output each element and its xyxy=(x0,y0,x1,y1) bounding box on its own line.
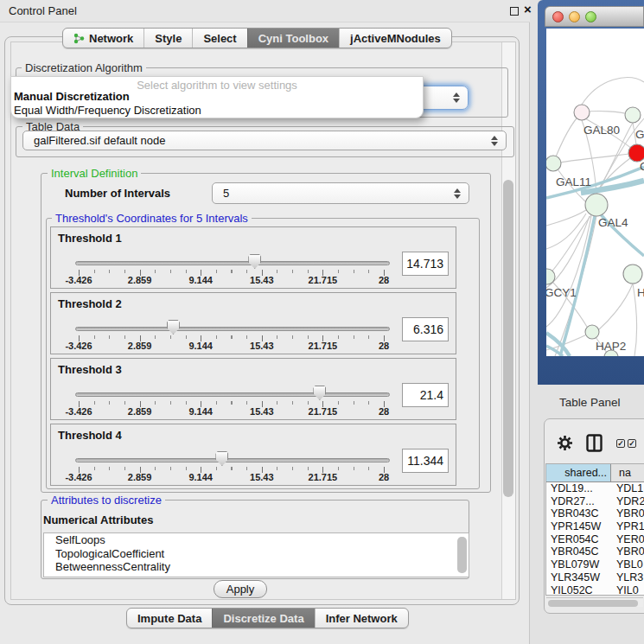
apply-button[interactable]: Apply xyxy=(214,580,267,598)
tab-network[interactable]: Network xyxy=(63,29,143,48)
slider-tick-label: -3.426 xyxy=(65,275,92,285)
tab-cyni-toolbox[interactable]: Cyni Toolbox xyxy=(247,29,339,48)
table-row[interactable]: YDL19...YDL1 xyxy=(546,482,644,495)
num-intervals-spinner[interactable]: 5 xyxy=(212,182,469,204)
slider-thumb[interactable] xyxy=(167,320,180,335)
threshold-value-field[interactable]: 21.4 xyxy=(402,383,449,407)
gear-icon[interactable] xyxy=(557,435,573,451)
network-icon xyxy=(73,33,85,44)
vertical-scrollbar-thumb[interactable] xyxy=(503,180,513,497)
column-visibility-icons[interactable]: ✓ ✓ xyxy=(616,439,636,448)
table-row[interactable]: YBR043CYBR0 xyxy=(546,507,644,520)
table-row[interactable]: YDR27...YDR2 xyxy=(546,495,644,508)
split-table-icon[interactable] xyxy=(586,434,603,452)
checkbox-icon[interactable]: ✓ xyxy=(616,439,625,448)
minimize-traffic-light-icon[interactable] xyxy=(569,11,580,22)
zoom-traffic-light-icon[interactable] xyxy=(585,11,596,22)
table-cell-shared-name[interactable]: YBR045C xyxy=(546,545,611,558)
tab-select[interactable]: Select xyxy=(192,29,246,48)
network-node-h[interactable] xyxy=(623,265,642,284)
threshold-panel-1: Threshold 1-3.4262.8599.14415.4321.71528… xyxy=(50,226,456,289)
slider-tick-label: 21.715 xyxy=(309,275,338,285)
attributes-list-scrollbar-thumb[interactable] xyxy=(457,537,467,573)
popup-option-equal-width[interactable]: Equal Width/Frequency Discretization xyxy=(14,104,201,117)
slider-track[interactable] xyxy=(75,327,390,331)
table-cell-shared-name[interactable]: YBL079W xyxy=(546,558,611,571)
attribute-list-item[interactable]: SelfLoops xyxy=(44,533,469,547)
tab-jactivemnodules[interactable]: jActiveMNodules xyxy=(339,29,451,48)
slider-tick-label: 28 xyxy=(379,275,389,285)
table-cell-shared-name[interactable]: YDR27... xyxy=(546,495,611,508)
interval-definition-label: Interval Definition xyxy=(48,167,141,180)
close-icon[interactable]: × xyxy=(524,2,532,16)
table-cell-name[interactable]: YBL0 xyxy=(611,558,644,571)
cyni-mode-tabs: Impute DataDiscretize DataInfer Network xyxy=(126,608,409,628)
close-traffic-light-icon[interactable] xyxy=(552,11,564,22)
table-cell-shared-name[interactable]: YER054C xyxy=(546,533,611,546)
tab-discretize-data[interactable]: Discretize Data xyxy=(212,609,314,628)
network-node-gal11[interactable] xyxy=(546,156,561,171)
table-row[interactable]: YPR145WYPR1 xyxy=(546,520,644,533)
table-row[interactable]: YBL079WYBL0 xyxy=(546,558,644,571)
threshold-slider[interactable]: -3.4262.8599.14415.4321.71528 xyxy=(75,253,390,286)
table-horizontal-scrollbar[interactable] xyxy=(546,597,643,607)
network-node-label: H xyxy=(637,286,644,299)
threshold-slider[interactable]: -3.4262.8599.14415.4321.71528 xyxy=(75,385,390,418)
network-node-g[interactable] xyxy=(625,107,641,123)
table-cell-name[interactable]: YER0 xyxy=(611,533,644,546)
table-cell-name[interactable]: YDR2 xyxy=(611,495,644,508)
network-nodes[interactable] xyxy=(546,105,644,356)
threshold-slider[interactable]: -3.4262.8599.14415.4321.71528 xyxy=(75,319,390,352)
network-canvas[interactable]: GAL80GCGAL11GAL4GCY1HHAP2 xyxy=(546,29,644,356)
attributes-list[interactable]: SelfLoopsTopologicalCoefficientBetweenne… xyxy=(43,532,469,577)
table-body: YDL19...YDL1YDR27...YDR2YBR043CYBR0YPR14… xyxy=(546,482,644,596)
checkbox-icon[interactable]: ✓ xyxy=(628,439,636,448)
table-cell-name[interactable]: YLR3 xyxy=(611,571,644,584)
node-table[interactable]: shared... na YDL19...YDL1YDR27...YDR2YBR… xyxy=(545,463,644,596)
attribute-list-item[interactable]: TopologicalCoefficient xyxy=(44,547,469,561)
slider-thumb[interactable] xyxy=(248,254,261,269)
popup-option-manual[interactable]: Manual Discretization xyxy=(14,90,130,103)
network-node-hap2[interactable] xyxy=(585,325,599,339)
network-node-gal4[interactable] xyxy=(585,194,608,216)
table-cell-name[interactable]: YBR0 xyxy=(611,507,644,520)
table-header-name[interactable]: na xyxy=(611,464,644,481)
network-window-titlebar[interactable] xyxy=(545,6,644,27)
table-horizontal-scrollbar-thumb[interactable] xyxy=(548,600,638,607)
slider-tick-label: 2.859 xyxy=(128,341,152,351)
table-row[interactable]: YER054CYER0 xyxy=(546,533,644,546)
table-cell-shared-name[interactable]: YLR345W xyxy=(546,571,611,584)
tab-style[interactable]: Style xyxy=(143,29,192,48)
slider-track[interactable] xyxy=(75,261,390,265)
attribute-list-item[interactable]: BetweennessCentrality xyxy=(44,560,469,574)
slider-tick-label: 9.144 xyxy=(188,341,213,351)
table-cell-name[interactable]: YPR1 xyxy=(611,520,644,533)
table-cell-shared-name[interactable]: YIL052C xyxy=(546,584,611,596)
table-cell-shared-name[interactable]: YDL19... xyxy=(546,482,611,495)
threshold-slider[interactable]: -3.4262.8599.14415.4321.71528 xyxy=(75,450,390,483)
network-node-gal80[interactable] xyxy=(574,105,590,120)
network-node-c[interactable] xyxy=(628,144,644,162)
table-cell-name[interactable]: YIL0 xyxy=(611,584,644,596)
slider-track[interactable] xyxy=(75,458,390,462)
table-row[interactable]: YLR345WYLR3 xyxy=(546,571,644,584)
slider-thumb[interactable] xyxy=(313,386,326,400)
float-window-icon[interactable] xyxy=(510,7,519,16)
slider-tick-label: -3.426 xyxy=(65,341,92,351)
slider-thumb[interactable] xyxy=(215,451,228,466)
table-row[interactable]: YIL052CYIL0 xyxy=(546,584,644,596)
table-cell-shared-name[interactable]: YPR145W xyxy=(546,520,611,533)
table-row[interactable]: YBR045CYBR0 xyxy=(546,545,644,558)
threshold-value-field[interactable]: 11.344 xyxy=(402,449,449,473)
tab-infer-network[interactable]: Infer Network xyxy=(315,609,408,628)
slider-tick-label: 21.715 xyxy=(309,341,338,351)
table-cell-name[interactable]: YBR0 xyxy=(611,545,644,558)
table-header-shared-name[interactable]: shared... xyxy=(546,464,611,481)
threshold-value-field[interactable]: 14.713 xyxy=(402,252,449,276)
slider-track[interactable] xyxy=(75,392,390,397)
threshold-value-field[interactable]: 6.316 xyxy=(402,317,449,341)
table-data-combo[interactable]: galFiltered.sif default node xyxy=(22,131,507,150)
table-cell-shared-name[interactable]: YBR043C xyxy=(546,507,611,520)
tab-impute-data[interactable]: Impute Data xyxy=(127,609,212,628)
table-cell-name[interactable]: YDL1 xyxy=(611,482,644,495)
